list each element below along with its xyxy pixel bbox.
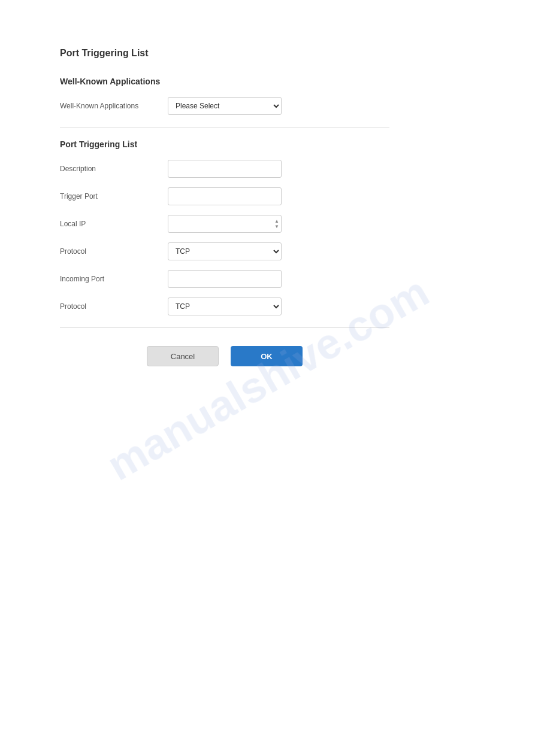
incoming-port-label: Incoming Port — [60, 275, 168, 283]
trigger-port-label: Trigger Port — [60, 192, 168, 201]
page-title: Port Triggering List — [60, 48, 389, 59]
port-triggering-section: Port Triggering List Description Trigger… — [60, 139, 389, 315]
description-label: Description — [60, 165, 168, 173]
port-triggering-section-title: Port Triggering List — [60, 139, 389, 149]
protocol-row-2: Protocol TCP UDP Both — [60, 297, 389, 315]
spinner-down-icon[interactable]: ▼ — [274, 224, 279, 229]
local-ip-spinner-arrows[interactable]: ▲ ▼ — [274, 219, 279, 229]
incoming-port-input[interactable] — [168, 270, 282, 288]
well-known-section: Well-Known Applications Well-Known Appli… — [60, 77, 389, 115]
description-row: Description — [60, 160, 389, 178]
local-ip-row: Local IP ▲ ▼ — [60, 215, 389, 233]
trigger-port-row: Trigger Port — [60, 187, 389, 205]
local-ip-label: Local IP — [60, 220, 168, 228]
buttons-row: Cancel OK — [60, 346, 389, 366]
local-ip-spinner-wrapper: ▲ ▼ — [168, 215, 282, 233]
protocol-select-1[interactable]: TCP UDP Both — [168, 242, 282, 260]
protocol-label-1: Protocol — [60, 247, 168, 256]
protocol-label-2: Protocol — [60, 302, 168, 311]
local-ip-input[interactable] — [168, 215, 282, 233]
spinner-up-icon[interactable]: ▲ — [274, 219, 279, 224]
ok-button[interactable]: OK — [231, 346, 303, 366]
incoming-port-row: Incoming Port — [60, 270, 389, 288]
well-known-section-title: Well-Known Applications — [60, 77, 389, 86]
bottom-divider — [60, 327, 389, 328]
description-input[interactable] — [168, 160, 282, 178]
trigger-port-input[interactable] — [168, 187, 282, 205]
well-known-applications-select[interactable]: Please Select AIM Talk FTP HTTP HTTPS IR… — [168, 97, 282, 115]
section-divider — [60, 127, 389, 127]
well-known-applications-label: Well-Known Applications — [60, 102, 168, 110]
cancel-button[interactable]: Cancel — [147, 346, 219, 366]
protocol-select-2[interactable]: TCP UDP Both — [168, 297, 282, 315]
protocol-row-1: Protocol TCP UDP Both — [60, 242, 389, 260]
well-known-applications-row: Well-Known Applications Please Select AI… — [60, 97, 389, 115]
